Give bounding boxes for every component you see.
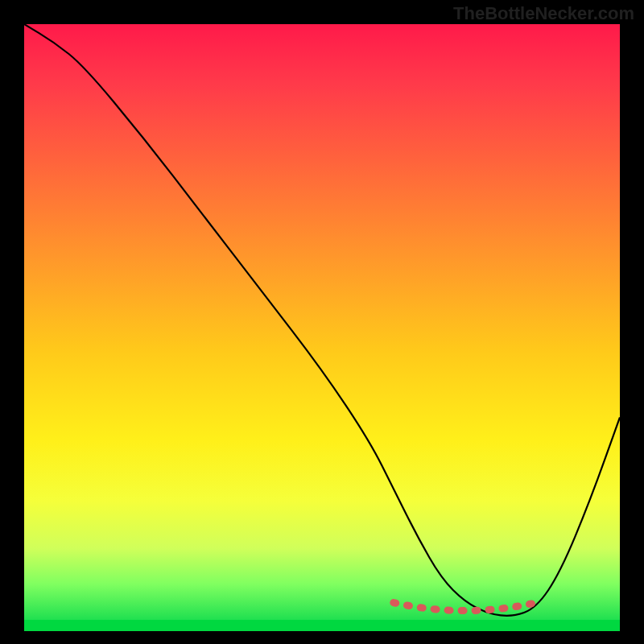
chart-container	[24, 24, 620, 631]
bottom-green-bar	[24, 620, 620, 631]
bottleneck-curve	[24, 24, 620, 616]
chart-svg	[24, 24, 620, 620]
watermark-text: TheBottleNecker.com	[453, 3, 634, 24]
highlight-strip	[394, 603, 537, 611]
